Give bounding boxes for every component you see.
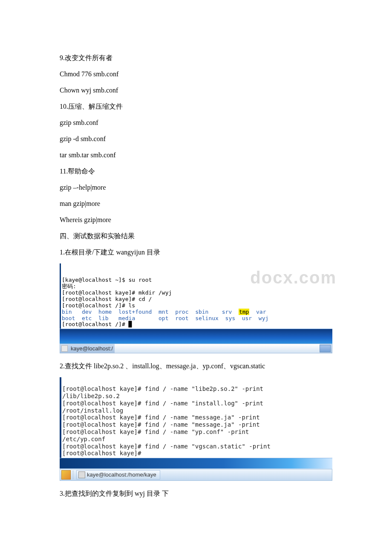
taskbar-window-button[interactable]: kaye@localhost:/home/kaye (76, 470, 160, 480)
taskbar-right-button[interactable] (320, 345, 331, 352)
text-line: gzip -d smb.conf (60, 134, 332, 144)
ls-dir: usr (242, 315, 252, 321)
terminal-screenshot-2: [root@localhost kaye]# find / -name "lib… (60, 377, 332, 481)
taskbar-filler (115, 344, 320, 353)
terminal-line: [root@localhost kaye]# find / -name "mes… (62, 421, 260, 428)
terminal-line: [root@localhost /]# ls (62, 302, 135, 309)
text-line: 11.帮助命令 (60, 166, 332, 176)
terminal-decoration-strip (60, 329, 332, 344)
ls-dir: wyj (259, 315, 268, 321)
ls-dir: home (98, 309, 112, 315)
terminal-output: docx.com [kaye@localhost ~]$ su root 密码:… (60, 263, 332, 329)
terminal-line: /root/install.log (62, 407, 123, 414)
text-line: 2.查找文件 libe2p.so.2 、install.log、message.… (60, 361, 332, 371)
terminal-line: [root@localhost kaye]# find / -name "mes… (62, 414, 260, 421)
terminal-line: /etc/yp.conf (62, 436, 105, 442)
terminal-line: [root@localhost /]# (62, 321, 129, 327)
terminal-screenshot-1: docx.com [kaye@localhost ~]$ su root 密码:… (60, 263, 332, 353)
document-page: 9.改变文件所有者 Chmod 776 smb.conf Chown wyj s… (0, 0, 392, 530)
text-line: 9.改变文件所有者 (60, 53, 332, 63)
text-line: 四、测试数据和实验结果 (60, 231, 332, 241)
terminal-decoration-strip (60, 458, 332, 469)
taskbar: kaye@localhost:/ (60, 344, 332, 353)
taskbar-launcher-icon[interactable] (61, 470, 71, 480)
text-line: Whereis gzip|more (60, 215, 332, 225)
text-line: 1.在根目录/下建立 wangyijun 目录 (60, 247, 332, 257)
ls-dir: dev (82, 309, 92, 315)
text-line: 3.把查找到的文件复制到 wyj 目录 下 (60, 489, 332, 499)
taskbar-app-icon (61, 345, 68, 352)
ls-dir: lib (98, 315, 108, 321)
text-line: Chmod 776 smb.conf (60, 69, 332, 79)
ls-dir: proc (175, 309, 188, 315)
terminal-line: [root@localhost kaye]# find / -name "ins… (62, 400, 263, 407)
ls-dir-tmp: tmp (239, 309, 249, 315)
terminal-line: [root@localhost kaye]# find / -name "yp.… (62, 428, 249, 435)
text-line: 10.压缩、解压缩文件 (60, 101, 332, 112)
ls-dir: sbin (195, 309, 208, 315)
taskbar-title: kaye@localhost:/ (69, 344, 115, 353)
ls-dir: opt (159, 315, 168, 321)
terminal-output: [root@localhost kaye]# find / -name "lib… (60, 377, 332, 458)
text-line: man gzip|more (60, 199, 332, 209)
text-line: tar smb.tar smb.conf (60, 150, 332, 160)
ls-dir: etc (82, 315, 92, 321)
ls-dir: sys (225, 315, 235, 321)
ls-dir: selinux (195, 315, 219, 321)
ls-dir: media (118, 315, 135, 321)
ls-dir: lost+found (118, 309, 152, 315)
terminal-line: [kaye@localhost ~]$ su root (62, 277, 152, 283)
terminal-line: [root@localhost kaye]# cd / (62, 296, 152, 302)
terminal-line: 密码: (62, 283, 76, 289)
ls-dir: boot (62, 315, 75, 321)
text-line: gzip smb.conf (60, 118, 332, 128)
ls-dir: bin (62, 309, 72, 315)
terminal-icon (78, 471, 85, 478)
taskbar-separator (73, 471, 75, 479)
terminal-line: [root@localhost kaye]# find / -name "vgs… (62, 443, 271, 450)
ls-dir: mnt (159, 309, 168, 315)
text-line: gzip –-help|more (60, 182, 332, 193)
terminal-line: [root@localhost kaye]# mkdir /wyj (62, 289, 172, 296)
watermark-text: docx.com (250, 268, 337, 287)
ls-dir: var (256, 309, 266, 315)
terminal-line: [root@localhost kaye]# find / -name "lib… (62, 385, 263, 392)
terminal-line: [root@localhost kaye]# (62, 450, 141, 457)
taskbar-window-title: kaye@localhost:/home/kaye (87, 471, 156, 479)
terminal-line: /lib/libe2p.so.2 (62, 393, 120, 399)
ls-dir: root (175, 315, 188, 321)
taskbar: kaye@localhost:/home/kaye (60, 469, 332, 481)
ls-dir: srv (222, 309, 232, 315)
text-line: Chown wyj smb.conf (60, 85, 332, 95)
